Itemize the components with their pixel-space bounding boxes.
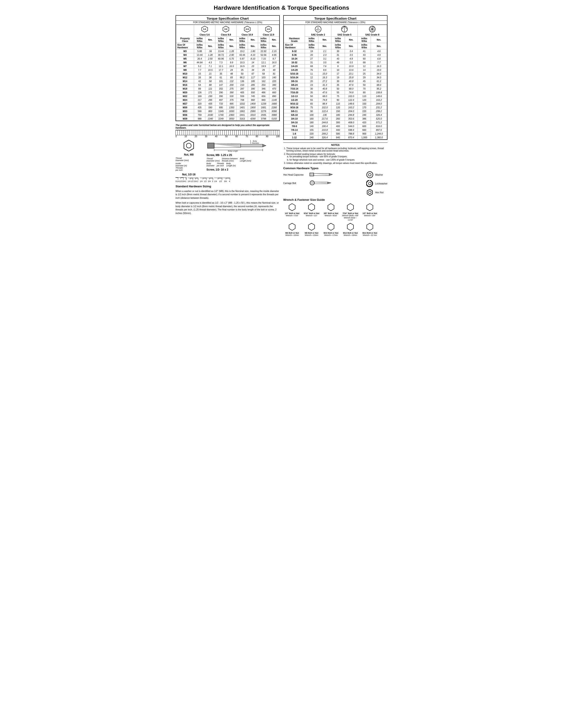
g5-inlbs: 150 — [331, 109, 345, 113]
table-row: 5/16-18 11 15.0 17 23.1 25 34.0 — [284, 72, 387, 76]
table-row: 8-36 20 2.3 31 3.5 43 4.9 — [284, 53, 387, 57]
c56-inlbs: 988 — [194, 117, 205, 121]
std-size-cell: 1/4-28 — [284, 68, 305, 72]
g8-inlbs: 170 — [358, 106, 371, 109]
g2-inlbs: 23 — [305, 83, 319, 87]
wrench-item-716: 7/16" Bolt or Nut Wrench (Bolt)—5/8" Wre… — [342, 203, 359, 221]
nut-label-metric: Nut, M8 — [184, 153, 193, 156]
c88-nm: 2360 — [226, 113, 236, 117]
col-88-inlbs: in/lbsft/lbs — [215, 37, 226, 43]
g2-nm: 122.4 — [319, 109, 332, 113]
sizing-title: Standard Hardware Sizing — [175, 184, 280, 189]
g2-nm: 74.8 — [319, 98, 332, 102]
size-cell: M18 — [176, 87, 194, 91]
g2-inlbs: 76 — [305, 68, 319, 72]
table-row: 10-32 31 3.5 49 5.5 68 7.7 — [284, 61, 387, 64]
c109-inlbs: 136 — [237, 79, 248, 83]
c56-inlbs: 320 — [194, 102, 205, 106]
table-row: 1/2-20 55 74.8 90 122.4 120 163.2 — [284, 98, 387, 102]
screw-icon: Body Diameter Body Length — [206, 139, 273, 152]
c109-inlbs: 2441 — [237, 113, 248, 117]
c88-inlbs: 497 — [215, 98, 226, 102]
g2-inlbs: 11 — [305, 72, 319, 76]
c88-nm: 275 — [226, 87, 236, 91]
g2-nm: 217.6 — [319, 117, 332, 121]
g2-inlbs: 12 — [305, 76, 319, 79]
table-row: M22 169 230 390 530 559 745 656 890 — [176, 94, 279, 98]
std-nm-1: Nm. — [319, 43, 332, 49]
g8-nm: 4.6 — [371, 49, 387, 53]
wrench-m12-sub: Wrench—19mm — [344, 234, 357, 236]
hw-grade-header: HardwareGrade — [284, 25, 305, 43]
c56-inlbs: 169 — [194, 94, 205, 98]
hexnut-icon — [366, 189, 373, 196]
c109-inlbs: 1032 — [237, 102, 248, 106]
table-row: 1-8 220 299.2 580 788.8 900 1,244.0 — [284, 132, 387, 136]
c56-inlbs: 217 — [194, 98, 205, 102]
c109-inlbs: 210 — [237, 83, 248, 87]
c109-nm: 1400 — [248, 102, 258, 106]
g2-inlbs: 65 — [305, 102, 319, 106]
std-size-cell: 5/16-18 — [284, 72, 305, 76]
g2-nm: 3.5 — [319, 61, 332, 64]
g8-inlbs-col: in/lbsft/lbs — [358, 37, 371, 43]
c88-nm: 200 — [226, 83, 236, 87]
size-cell: M3 — [176, 49, 194, 53]
c129-nm: 40 — [269, 68, 279, 72]
screw-thread-diam: ThreadDiameter (mm) — [206, 158, 220, 162]
g5-inlbs: 19 — [331, 76, 345, 79]
g2-nm: 88.4 — [319, 102, 332, 106]
c129-inlbs: 59 — [258, 72, 269, 76]
svg-marker-68 — [347, 223, 354, 230]
g2-inlbs-col: in/lbsft/lbs — [305, 37, 319, 43]
page-title: Hardware Identification & Torque Specifi… — [175, 4, 388, 11]
c129-inlbs: 22.92 — [258, 49, 269, 53]
c129-nm: 140 — [269, 76, 279, 79]
g2-inlbs: 27 — [305, 57, 319, 61]
wrench-m12-label: M12 Bolt or Nut — [343, 232, 358, 234]
c56-nm: .56 — [205, 49, 215, 53]
col-129-nm: Nm. — [269, 37, 279, 43]
size-cell: M5 — [176, 57, 194, 61]
c56-nm: 121 — [205, 87, 215, 91]
wrench-m6-label: M6 Bolt or Nut — [285, 232, 299, 234]
lockwasher-item: Lockwasher — [366, 180, 388, 187]
c56-nm: 7.1 — [205, 64, 215, 68]
wrench-item-14: 1/4" Bolt or Nut Wrench—7/16" — [283, 203, 301, 221]
c88-nm: 1350 — [226, 106, 236, 109]
std-inlbs-3: in/lbsft/lbs — [358, 43, 371, 49]
g8-nm: 61.2 — [371, 79, 387, 83]
c129-inlbs: 250 — [258, 83, 269, 87]
g2-nm: 7.6 — [319, 64, 332, 68]
g5-nm: 870.4 — [345, 136, 358, 139]
wrench-m14-sub: Wrench—22 mm — [363, 234, 377, 236]
wrench-m12: M12 Bolt or Nut Wrench—19mm — [342, 222, 359, 236]
g5-inlbs: 260 — [331, 117, 345, 121]
c56-nm: 58 — [205, 79, 215, 83]
table-row: 1-12 240 326.4 640 870.4 1,000 1,360.0 — [284, 136, 387, 139]
c56-inlbs: 15 — [194, 72, 205, 76]
g8-inlbs: 25 — [358, 72, 371, 76]
screw-diagram: Body Diameter Body Length Screw, M8- 1.2… — [206, 139, 280, 171]
std-nm-3: Nm. — [371, 43, 387, 49]
g5-nm: 25.8 — [345, 76, 358, 79]
note-3: Unless otherwise noted on assembly drawi… — [287, 162, 388, 164]
table-row: 7/8-9 140 190.4 400 544.0 600 816.0 — [284, 124, 387, 128]
c56-inlbs: 126 — [194, 91, 205, 94]
svg-rect-18 — [241, 144, 263, 147]
c109-inlbs: 50 — [237, 72, 248, 76]
g2-inlbs: 35 — [305, 91, 319, 94]
table-row: 7/16-20 35 47.6 55 74.8 80 108.8 — [284, 91, 387, 94]
wrench-m8-label: M8 Bolt or Nut — [305, 232, 319, 234]
c129-nm: 2.15 — [269, 49, 279, 53]
note-2: Recommended seating torque values for lo… — [287, 153, 388, 161]
c109-nm: 285 — [248, 83, 258, 87]
table-row: M6 44.64 4.3 7.3 9.9 10.3 14 12.1 16.5 — [176, 61, 279, 64]
svg-text:Body Length: Body Length — [228, 150, 238, 152]
g8-nm: 6.8 — [371, 57, 387, 61]
table-row: M16 64 88 147 200 210 285 250 340 — [176, 83, 279, 87]
g2-nm: 16.3 — [319, 76, 332, 79]
g2-nm: 299.2 — [319, 132, 332, 136]
wrench-716-label: 7/16" Bolt or Nut — [343, 212, 358, 214]
size-cell: M10 — [176, 72, 194, 76]
